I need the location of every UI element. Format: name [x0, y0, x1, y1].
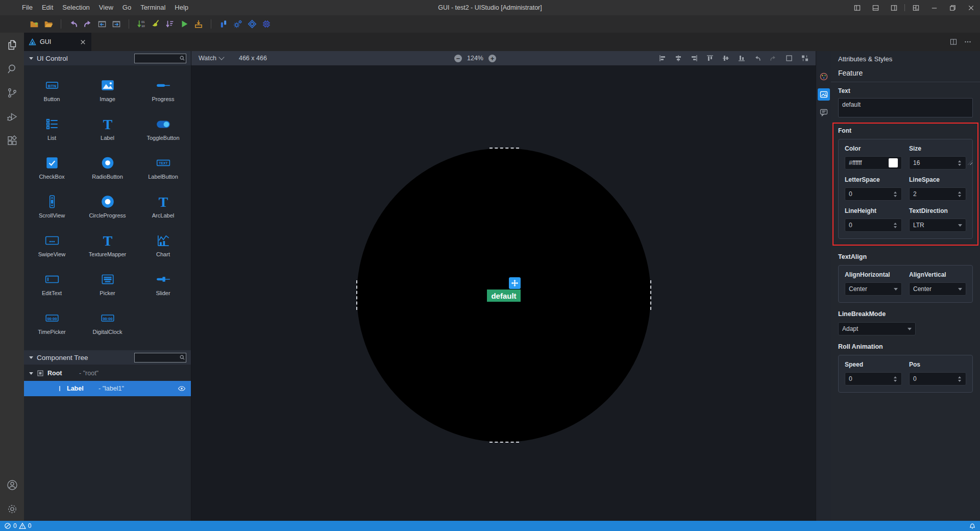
window-out-icon[interactable] [112, 19, 121, 29]
component-progress[interactable]: Progress [135, 70, 191, 109]
sort-numeric-icon[interactable]: 0110 [137, 19, 146, 29]
align-middle-v-icon[interactable] [722, 54, 730, 62]
device-selector[interactable]: Watch [199, 55, 224, 62]
styles-palette-tab[interactable] [818, 70, 830, 83]
lineheight-stepper[interactable] [893, 223, 898, 228]
split-editor-icon[interactable] [949, 38, 958, 46]
component-scrollview[interactable]: ScrollView [24, 187, 80, 226]
component-picker[interactable]: Picker [80, 264, 135, 303]
notifications-icon[interactable] [969, 522, 976, 529]
close-tab-icon[interactable] [79, 38, 87, 46]
new-folder-icon[interactable] [30, 19, 39, 29]
border-icon[interactable] [785, 54, 793, 62]
linespace-input[interactable]: 2 [909, 187, 966, 201]
lineheight-input[interactable]: 0 [845, 219, 902, 232]
pos-stepper[interactable] [957, 376, 962, 382]
activity-settings-gear-icon[interactable] [0, 497, 24, 521]
stats-icon[interactable] [219, 19, 228, 29]
sort-lines-icon[interactable] [165, 19, 175, 29]
menu-terminal[interactable]: Terminal [136, 0, 170, 15]
expand-arrow-icon[interactable] [29, 372, 33, 375]
menu-edit[interactable]: Edit [37, 0, 58, 15]
align-left-icon[interactable] [658, 54, 667, 62]
minimize-button[interactable] [925, 0, 943, 15]
zoom-out-button[interactable] [454, 55, 462, 62]
redo-small-icon[interactable] [769, 54, 777, 62]
move-handle[interactable] [509, 277, 521, 289]
component-texturemapper[interactable]: TTextureMapper [80, 226, 135, 264]
undo-small-icon[interactable] [753, 54, 762, 62]
menu-selection[interactable]: Selection [58, 0, 94, 15]
package-icon[interactable] [194, 19, 203, 29]
tree-node-label[interactable]: Label- "label1" [24, 381, 191, 396]
undo-icon[interactable] [69, 19, 78, 29]
close-window-button[interactable] [962, 0, 980, 15]
component-togglebutton[interactable]: ToggleButton [135, 109, 191, 148]
problems-status[interactable]: 0 0 [4, 522, 31, 529]
color-swatch[interactable] [889, 158, 898, 167]
linebreakmode-dropdown[interactable]: Adapt [838, 322, 916, 335]
tree-node-root[interactable]: Root- "root" [24, 366, 191, 381]
size-input[interactable]: 16 [909, 156, 966, 170]
more-actions-icon[interactable] [964, 38, 972, 46]
component-circleprogress[interactable]: CircleProgress [80, 187, 135, 226]
ui-control-search-input[interactable] [135, 56, 186, 62]
letterspace-stepper[interactable] [893, 191, 898, 197]
component-button[interactable]: BTNButton [24, 70, 80, 109]
component-chart[interactable]: Chart [135, 226, 191, 264]
customize-layout-button[interactable] [906, 0, 925, 15]
chip-icon[interactable] [262, 19, 271, 29]
ui-control-header[interactable]: UI Control [24, 51, 191, 65]
clean-icon[interactable] [151, 19, 160, 29]
align-top-icon[interactable] [706, 54, 714, 62]
eye-icon[interactable] [178, 384, 186, 393]
restore-button[interactable] [943, 0, 962, 15]
component-tree-header[interactable]: Component Tree [24, 350, 191, 365]
window-in-icon[interactable] [97, 19, 107, 29]
gears-icon[interactable] [233, 19, 242, 29]
speed-stepper[interactable] [893, 376, 898, 382]
distribute-icon[interactable] [801, 54, 809, 62]
tab-gui[interactable]: GUI [24, 33, 91, 51]
align-bottom-icon[interactable] [738, 54, 746, 62]
activity-source-control-icon[interactable] [0, 81, 24, 105]
menu-view[interactable]: View [94, 0, 118, 15]
activity-extensions-icon[interactable] [0, 129, 24, 153]
component-digitalclock[interactable]: 00:00DigitalClock [80, 303, 135, 342]
align-right-icon[interactable] [690, 54, 698, 62]
component-list[interactable]: List [24, 109, 80, 148]
component-edittext[interactable]: EditText [24, 264, 80, 303]
component-slider[interactable]: Slider [135, 264, 191, 303]
component-label[interactable]: TLabel [80, 109, 135, 148]
alignvertical-dropdown[interactable]: Center [909, 282, 966, 296]
color-input[interactable]: #ffffff [845, 156, 902, 170]
activity-debug-icon[interactable] [0, 105, 24, 129]
menu-help[interactable]: Help [170, 0, 193, 15]
layout-sidebar-left-button[interactable] [848, 0, 866, 15]
activity-search-icon[interactable] [0, 57, 24, 81]
run-icon[interactable] [180, 19, 189, 29]
activity-account-icon[interactable] [0, 473, 24, 497]
layout-sidebar-right-button[interactable] [885, 0, 903, 15]
menu-go[interactable]: Go [118, 0, 136, 15]
component-swipeview[interactable]: SwipeView [24, 226, 80, 264]
layout-panel-button[interactable] [866, 0, 885, 15]
text-value-input[interactable]: default [838, 98, 973, 117]
design-canvas[interactable]: default [191, 65, 816, 521]
menu-file[interactable]: File [17, 0, 37, 15]
component-labelbutton[interactable]: TEXTLabelButton [135, 148, 191, 187]
speed-input[interactable]: 0 [845, 372, 902, 385]
component-radiobutton[interactable]: RadioButton [80, 148, 135, 187]
selected-label-widget[interactable]: default [487, 289, 521, 302]
textdirection-dropdown[interactable]: LTR [909, 219, 966, 232]
redo-icon[interactable] [83, 19, 92, 29]
diamond-icon[interactable] [248, 19, 257, 29]
size-stepper[interactable] [957, 160, 962, 166]
component-image[interactable]: Image [80, 70, 135, 109]
pos-input[interactable]: 0 [909, 372, 966, 385]
component-tree-search-input[interactable] [135, 355, 186, 361]
linespace-stepper[interactable] [957, 191, 962, 197]
activity-files-icon[interactable] [0, 33, 24, 57]
component-timepicker[interactable]: 00:00TimePicker [24, 303, 80, 342]
open-folder-icon[interactable] [44, 19, 53, 29]
